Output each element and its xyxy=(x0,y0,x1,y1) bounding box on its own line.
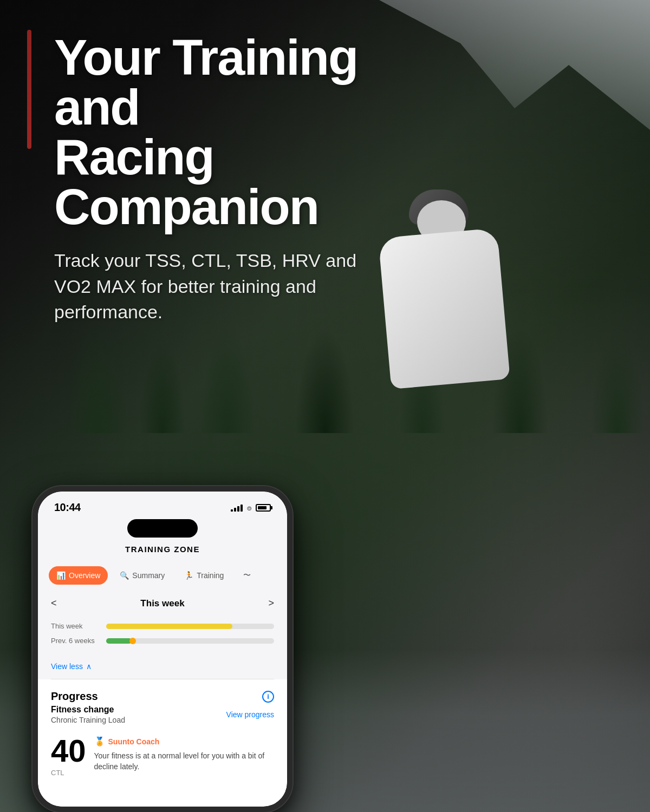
view-less-section: View less ∧ xyxy=(38,658,287,679)
phone-frame: 10:44 ⌾ xyxy=(32,486,292,812)
app-title: TRAINING ZONE xyxy=(125,545,200,554)
prev-weeks-bar xyxy=(106,638,132,644)
nav-tabs[interactable]: 📊 Overview 🔍 Summary 🏃 Training 〜 xyxy=(38,561,287,591)
fitness-change-row: Fitness change Chronic Training Load Vie… xyxy=(51,705,274,724)
view-progress-link[interactable]: View progress xyxy=(226,710,274,719)
signal-bar-2 xyxy=(234,508,236,512)
wave-icon: 〜 xyxy=(243,571,251,580)
tab-overview-label: Overview xyxy=(69,571,100,580)
ctl-value-block: 40 CTL xyxy=(51,735,86,777)
suunto-coach-label: 🏅 Suunto Coach xyxy=(94,736,274,746)
signal-bar-1 xyxy=(231,509,233,512)
status-time: 10:44 xyxy=(54,501,81,514)
app-header: TRAINING ZONE xyxy=(38,542,287,561)
chevron-up-icon: ∧ xyxy=(86,662,92,671)
view-less-text: View less xyxy=(51,662,83,671)
coach-description: Your fitness is at a normal level for yo… xyxy=(94,751,274,772)
dynamic-island xyxy=(127,519,198,538)
coach-icon: 🏅 xyxy=(94,736,105,746)
ctl-row: 40 CTL 🏅 Suunto Coach Your fitness is at… xyxy=(51,735,274,777)
info-icon[interactable]: i xyxy=(262,691,274,703)
tab-summary[interactable]: 🔍 Summary xyxy=(112,566,172,585)
hero-text-block: Your Training and Racing Companion Track… xyxy=(38,32,417,325)
prev-week-arrow[interactable]: < xyxy=(51,598,57,609)
phone-mockup: 10:44 ⌾ xyxy=(32,486,292,812)
coach-text: Suunto Coach xyxy=(108,737,160,746)
this-week-bar-container xyxy=(106,624,274,629)
progress-card: Progress i Fitness change Chronic Traini… xyxy=(38,679,287,790)
battery-icon xyxy=(256,504,271,512)
view-less-link[interactable]: View less ∧ xyxy=(51,662,274,671)
prev-weeks-row: Prev. 6 weeks xyxy=(51,637,274,645)
this-week-label: This week xyxy=(51,622,100,630)
progress-title: Progress xyxy=(51,690,98,703)
tab-overview[interactable]: 📊 Overview xyxy=(49,566,108,585)
ctl-info-block: 🏅 Suunto Coach Your fitness is at a norm… xyxy=(94,735,274,772)
next-week-arrow[interactable]: > xyxy=(268,598,274,609)
fitness-change-title: Fitness change xyxy=(51,705,125,715)
week-navigation: < This week > xyxy=(38,591,287,615)
battery-fill xyxy=(258,506,266,509)
hero-title: Your Training and Racing Companion xyxy=(54,32,417,232)
ctl-value: 40 xyxy=(51,735,86,767)
status-icons: ⌾ xyxy=(231,503,271,512)
this-week-row: This week xyxy=(51,622,274,630)
main-content: Your Training and Racing Companion Track… xyxy=(0,0,650,812)
progress-dot xyxy=(129,638,136,644)
wifi-icon: ⌾ xyxy=(247,503,251,512)
prev-weeks-label: Prev. 6 weeks xyxy=(51,637,100,645)
phone-screen: 10:44 ⌾ xyxy=(38,492,287,807)
ctl-unit: CTL xyxy=(51,769,86,777)
search-icon: 🔍 xyxy=(120,571,129,580)
tab-wave[interactable]: 〜 xyxy=(236,566,258,585)
signal-bar-3 xyxy=(237,506,239,512)
chart-icon: 📊 xyxy=(56,571,66,580)
week-label: This week xyxy=(140,598,184,609)
this-week-bar xyxy=(106,624,232,629)
signal-bar-4 xyxy=(240,505,243,512)
tab-training-label: Training xyxy=(197,571,224,580)
runner-icon: 🏃 xyxy=(184,571,193,580)
hero-subtitle: Track your TSS, CTL, TSB, HRV and VO2 MA… xyxy=(54,248,390,325)
signal-icon xyxy=(231,504,243,512)
hero-title-line1: Your Training and xyxy=(54,30,358,135)
fitness-change-labels: Fitness change Chronic Training Load xyxy=(51,705,125,724)
progress-bars-section: This week Prev. 6 weeks xyxy=(38,615,287,658)
status-bar: 10:44 ⌾ xyxy=(38,492,287,519)
progress-card-header: Progress i xyxy=(51,690,274,703)
hero-title-line2: Racing Companion xyxy=(54,129,318,234)
phone-bottom xyxy=(38,790,287,807)
fitness-change-subtitle: Chronic Training Load xyxy=(51,716,125,724)
prev-weeks-bar-container xyxy=(106,638,274,644)
tab-summary-label: Summary xyxy=(132,571,165,580)
tab-training[interactable]: 🏃 Training xyxy=(177,566,231,585)
